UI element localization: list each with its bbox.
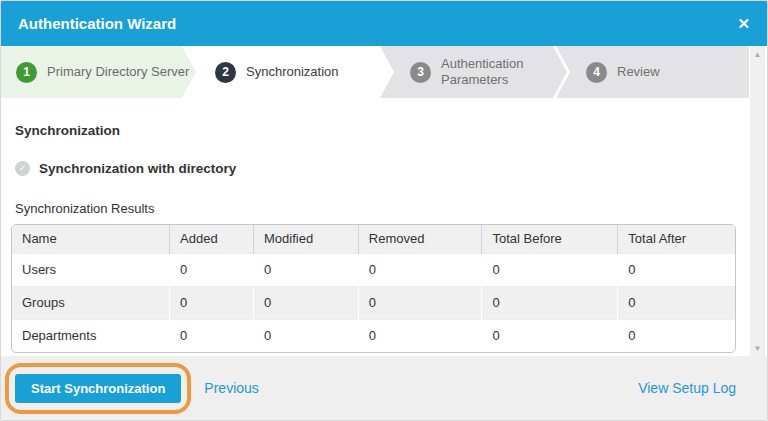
table-row-groups: Groups 0 0 0 0 0 xyxy=(12,286,735,319)
results-label: Synchronization Results xyxy=(15,201,734,216)
close-icon[interactable]: ✕ xyxy=(737,16,750,31)
vertical-scrollbar[interactable]: ▲ ▼ xyxy=(750,46,765,358)
table-row-users: Users 0 0 0 0 0 xyxy=(12,253,735,286)
table-cell: 0 xyxy=(482,319,618,352)
check-circle-icon: ✓ xyxy=(15,161,30,176)
wizard-steps: 1 Primary Directory Server 2 Synchroniza… xyxy=(1,46,767,98)
step-number-badge: 4 xyxy=(586,62,607,83)
sync-status-label: Synchronization with directory xyxy=(39,161,236,176)
table-cell: 0 xyxy=(253,253,358,286)
step-label: Authentication Parameters xyxy=(441,56,553,89)
table-cell: Groups xyxy=(12,286,170,319)
table-cell: Users xyxy=(12,253,170,286)
sync-status-row: ✓ Synchronization with directory xyxy=(15,161,734,176)
section-title: Synchronization xyxy=(15,123,734,138)
dialog-title: Authentication Wizard xyxy=(18,15,176,32)
authentication-wizard-dialog: Authentication Wizard ✕ 1 Primary Direct… xyxy=(0,0,768,421)
step-label: Review xyxy=(617,64,660,80)
start-synchronization-button[interactable]: Start Synchronization xyxy=(15,374,181,403)
table-cell: 0 xyxy=(618,319,735,352)
content-area: Synchronization ✓ Synchronization with d… xyxy=(1,123,767,353)
highlight-ring: Start Synchronization xyxy=(5,363,191,414)
table-cell: 0 xyxy=(358,319,482,352)
previous-link[interactable]: Previous xyxy=(204,380,258,396)
step-3-authentication-parameters[interactable]: 3 Authentication Parameters xyxy=(380,46,567,98)
table-cell: 0 xyxy=(170,253,254,286)
table-cell: Departments xyxy=(12,319,170,352)
table-row-departments: Departments 0 0 0 0 0 xyxy=(12,319,735,352)
dialog-footer: Start Synchronization Previous View Setu… xyxy=(1,356,767,420)
column-header: Total Before xyxy=(482,225,618,253)
scrollbar-down-icon[interactable]: ▼ xyxy=(750,344,765,354)
table-cell: 0 xyxy=(253,319,358,352)
step-label: Synchronization xyxy=(246,64,339,80)
table-cell: 0 xyxy=(358,253,482,286)
table-cell: 0 xyxy=(618,253,735,286)
step-2-synchronization[interactable]: 2 Synchronization xyxy=(185,46,391,98)
step-number-badge: 3 xyxy=(410,62,431,83)
scrollbar-up-icon[interactable]: ▲ xyxy=(750,50,765,60)
table-header-row: Name Added Modified Removed Total Before… xyxy=(12,225,735,253)
table-cell: 0 xyxy=(253,286,358,319)
column-header: Total After xyxy=(618,225,735,253)
step-number-badge: 1 xyxy=(16,62,37,83)
step-4-review[interactable]: 4 Review xyxy=(556,46,749,98)
step-1-primary-directory-server[interactable]: 1 Primary Directory Server xyxy=(1,46,196,98)
table-cell: 0 xyxy=(170,319,254,352)
column-header: Removed xyxy=(358,225,482,253)
dialog-header: Authentication Wizard ✕ xyxy=(1,1,767,46)
table-cell: 0 xyxy=(358,286,482,319)
column-header: Name xyxy=(12,225,170,253)
table-cell: 0 xyxy=(482,286,618,319)
step-number-badge: 2 xyxy=(215,62,236,83)
results-table: Name Added Modified Removed Total Before… xyxy=(11,224,736,353)
table-cell: 0 xyxy=(482,253,618,286)
column-header: Added xyxy=(170,225,254,253)
view-setup-log-link[interactable]: View Setup Log xyxy=(638,380,736,396)
step-label: Primary Directory Server xyxy=(47,64,189,80)
table-cell: 0 xyxy=(618,286,735,319)
column-header: Modified xyxy=(253,225,358,253)
table-cell: 0 xyxy=(170,286,254,319)
